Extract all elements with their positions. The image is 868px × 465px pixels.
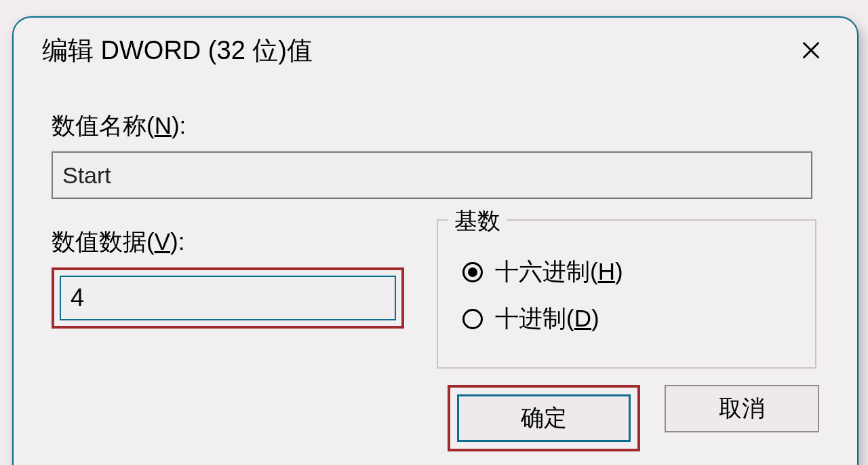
- radio-hex-circle: [462, 262, 483, 282]
- value-name-label-prefix: 数值名称(: [52, 112, 155, 138]
- value-data-highlight: [52, 267, 404, 329]
- value-name-input[interactable]: [52, 151, 812, 199]
- radio-dec-suffix: ): [591, 305, 599, 331]
- radio-hex-prefix: 十六进制(: [495, 258, 598, 284]
- radio-hex-suffix: ): [615, 258, 623, 284]
- dialog-content: 数值名称(N): 数值数据(V): 基数: [14, 75, 857, 451]
- value-data-input[interactable]: [60, 276, 396, 320]
- cancel-button[interactable]: 取消: [665, 385, 819, 432]
- ok-button-highlight: 确定: [448, 385, 640, 451]
- value-name-label-mnemonic: N: [155, 112, 172, 138]
- radio-dec-mnemonic: D: [574, 305, 591, 331]
- ok-button[interactable]: 确定: [457, 394, 631, 442]
- close-icon[interactable]: [793, 33, 829, 68]
- radio-hex[interactable]: 十六进制(H): [462, 256, 796, 288]
- radio-dec-label: 十进制(D): [495, 303, 599, 335]
- base-groupbox: 基数 十六进制(H) 十进制(D): [437, 219, 816, 369]
- radio-hex-dot: [468, 267, 477, 277]
- value-data-label-suffix: ):: [170, 228, 184, 255]
- radio-dec-circle: [462, 309, 483, 329]
- radio-hex-label: 十六进制(H): [495, 256, 623, 288]
- radio-hex-mnemonic: H: [598, 258, 615, 284]
- value-data-label-prefix: 数值数据(: [52, 228, 155, 255]
- base-legend: 基数: [448, 206, 507, 237]
- value-data-label: 数值数据(V):: [52, 226, 404, 258]
- radio-dec-prefix: 十进制(: [495, 305, 574, 331]
- radio-dec[interactable]: 十进制(D): [462, 303, 796, 335]
- dialog-titlebar: 编辑 DWORD (32 位)值: [14, 18, 857, 75]
- dialog-title: 编辑 DWORD (32 位)值: [42, 33, 313, 68]
- value-name-label: 数值名称(N):: [52, 110, 819, 142]
- edit-dword-dialog: 编辑 DWORD (32 位)值 数值名称(N): 数值数据(V): 基数: [12, 16, 859, 465]
- dialog-buttons: 确定 取消: [448, 385, 819, 451]
- value-data-label-mnemonic: V: [155, 228, 170, 255]
- value-name-label-suffix: ):: [172, 112, 186, 138]
